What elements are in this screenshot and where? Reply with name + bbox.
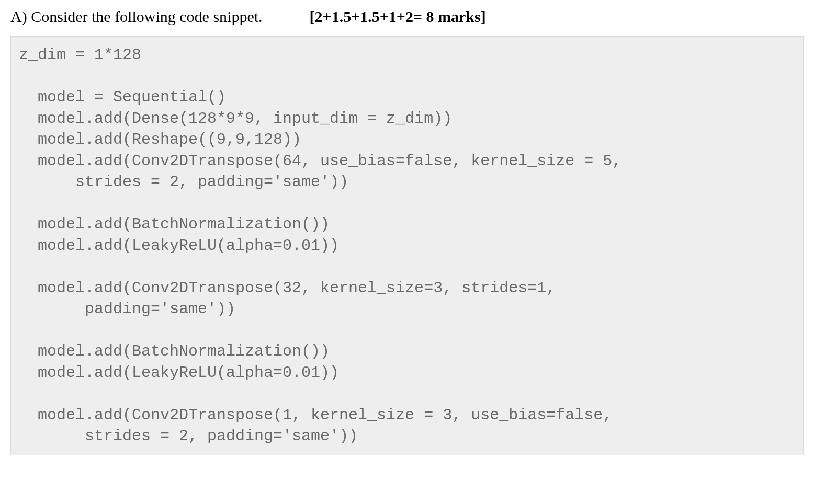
code-line: model.add(Conv2DTranspose(1, kernel_size… <box>19 406 612 424</box>
code-line: model.add(LeakyReLU(alpha=0.01)) <box>19 237 339 255</box>
code-line: model = Sequential() <box>19 88 226 106</box>
code-snippet: z_dim = 1*128 model = Sequential() model… <box>10 36 804 455</box>
code-line: model.add(Conv2DTranspose(32, kernel_siz… <box>19 279 556 297</box>
code-line: strides = 2, padding='same')) <box>19 427 358 445</box>
code-line: model.add(BatchNormalization()) <box>19 342 330 360</box>
question-text: A) Consider the following code snippet. <box>10 8 263 26</box>
marks-text: [2+1.5+1.5+1+2= 8 marks] <box>310 8 486 26</box>
code-line: padding='same')) <box>19 300 235 318</box>
code-line: model.add(Dense(128*9*9, input_dim = z_d… <box>19 110 452 128</box>
code-line: model.add(LeakyReLU(alpha=0.01)) <box>19 364 339 382</box>
question-header: A) Consider the following code snippet. … <box>10 8 804 26</box>
code-line: model.add(Conv2DTranspose(64, use_bias=f… <box>19 152 621 170</box>
code-line: z_dim = 1*128 <box>19 46 141 64</box>
code-line: strides = 2, padding='same')) <box>19 173 348 191</box>
code-line: model.add(Reshape((9,9,128)) <box>19 131 301 148</box>
code-line: model.add(BatchNormalization()) <box>19 215 330 233</box>
